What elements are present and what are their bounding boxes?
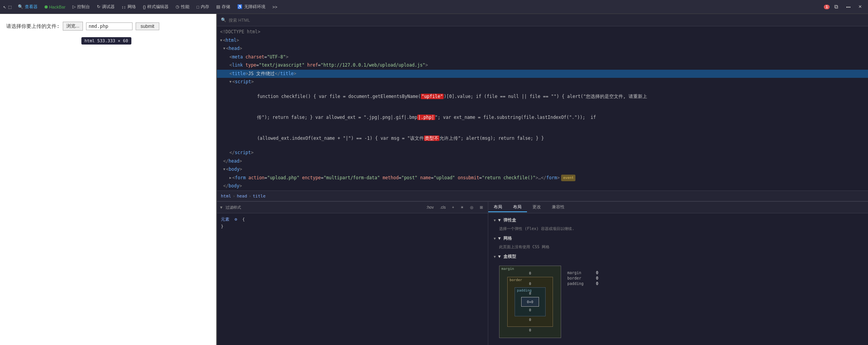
border-label: border — [510, 278, 522, 282]
body-collapse-arrow[interactable]: ▼ — [223, 166, 225, 172]
border-top-val: 0 — [515, 282, 546, 286]
html-tree: <!DOCTYPE html> ▼ <html> ▼ <head> <meta … — [217, 26, 868, 191]
box-title: ▼ 盒模型 — [498, 254, 516, 259]
accessibility-tab-btn[interactable]: ♿ 无障碍环境 — [234, 3, 269, 11]
light-mode-btn[interactable]: ☀ — [458, 204, 466, 210]
body-open-line[interactable]: ▼ <body> — [217, 165, 868, 174]
top-toolbar: ↖ ⬚ 🔍 查看器 HackBar ▷ 控制台 ↻ 调试器 ↕↕ 网络 {} 样… — [0, 0, 868, 14]
console-tab-btn[interactable]: ▷ 控制台 — [69, 3, 93, 11]
styles-content: 元素 ⚙ { } — [217, 213, 488, 345]
padding-num-val: 0 — [596, 281, 598, 286]
memory-icon: □ — [196, 5, 199, 9]
layout-content: ▼ ▼ 弹性盒 选择一个弹性 (Flex) 容器或项目以继续. ▼ ▼ 网格 此… — [488, 213, 868, 345]
form-line[interactable]: ▶ <form action="upload.php" enctype="mul… — [217, 174, 868, 182]
border-bottom-val: 0 — [515, 318, 546, 322]
html-search-input[interactable] — [229, 18, 864, 22]
grid-section-header[interactable]: ▼ ▼ 网格 — [494, 235, 863, 241]
breadcrumb-bar: html › head › title — [217, 191, 868, 201]
margin-num-label: margin — [567, 271, 581, 275]
memory-tab-btn[interactable]: □ 内存 — [193, 3, 212, 11]
head-open-line[interactable]: ▼ <head> — [217, 45, 868, 53]
box-model-area: margin 0 border 0 — [494, 263, 863, 341]
add-rule-btn[interactable]: + — [450, 204, 456, 210]
breadcrumb-head[interactable]: head — [237, 194, 247, 199]
storage-tab-btn[interactable]: ▤ 存储 — [213, 3, 233, 11]
padding-num-label: padding — [567, 281, 584, 286]
more-tools-btn[interactable]: >> — [269, 3, 281, 10]
flex-desc: 选择一个弹性 (Flex) 容器或项目以继续. — [499, 226, 863, 232]
devtools-panel: 🔍 <!DOCTYPE html> ▼ <html> ▼ <head> <met… — [217, 14, 868, 345]
tab-changes[interactable]: 更改 — [527, 203, 546, 212]
cls-button[interactable]: .cls — [438, 204, 448, 210]
debugger-tab-btn[interactable]: ↻ 调试器 — [94, 3, 118, 11]
flex-arrow: ▼ — [494, 218, 496, 222]
html-collapse-arrow[interactable]: ▼ — [220, 38, 222, 43]
script-open-line[interactable]: ▼ <script> — [217, 78, 868, 86]
doctype-line[interactable]: <!DOCTYPE html> — [217, 28, 868, 36]
more-options-btn[interactable]: ••• — [843, 3, 854, 10]
accessibility-icon: ♿ — [237, 4, 243, 9]
script-collapse-arrow[interactable]: ▼ — [229, 79, 231, 85]
head-collapse-arrow[interactable]: ▼ — [223, 46, 225, 51]
close-brace-rule: } — [221, 224, 484, 229]
link-line[interactable]: <link type="text/javascript" href="http:… — [217, 61, 868, 70]
breadcrumb-html[interactable]: html — [221, 194, 231, 199]
script-content-3: (allowed_ext.indexOf(ext_name + "|") == … — [217, 128, 868, 149]
html-open-line[interactable]: ▼ <html> — [217, 36, 868, 45]
toolbar-right: 1 ⧉ ••• ✕ — [824, 2, 865, 11]
box-select-icon[interactable]: ⬚ — [9, 4, 12, 10]
form-collapse-arrow[interactable]: ▶ — [229, 175, 231, 181]
border-num-row: border 0 — [567, 276, 598, 280]
meta-line[interactable]: <meta charset="UTF-8"> — [217, 53, 868, 62]
layout-grid-btn[interactable]: ⊞ — [478, 204, 485, 210]
storage-icon: ▤ — [216, 4, 220, 9]
resize-devtools-btn[interactable]: ⧉ — [831, 2, 841, 11]
filter-icon: ▼ — [220, 205, 222, 209]
style-editor-tab-btn[interactable]: {} 样式编辑器 — [140, 3, 172, 11]
performance-tab-btn[interactable]: ◷ 性能 — [172, 3, 193, 11]
styles-tools: :hov .cls + ☀ ◎ ⊞ — [424, 204, 485, 210]
hov-button[interactable]: :hov — [424, 204, 436, 210]
margin-num-row: margin 0 — [567, 271, 598, 275]
submit-button[interactable]: submit — [136, 22, 159, 30]
padding-bottom-val: 0 — [521, 308, 539, 312]
padding-label: padding — [517, 288, 532, 292]
tab-layout[interactable]: 布局 — [488, 203, 508, 212]
hackbar-dot — [45, 5, 48, 9]
event-badge[interactable]: event — [561, 175, 575, 181]
content-dimensions: 0×0 — [527, 300, 533, 304]
script-content: function checkfile() { var file = docume… — [217, 86, 868, 107]
close-devtools-btn[interactable]: ✕ — [855, 3, 865, 10]
breadcrumb-sep-2: › — [249, 194, 251, 199]
border-num-label: border — [567, 276, 581, 280]
grid-title: ▼ 网格 — [498, 235, 512, 241]
network-icon: ↕↕ — [122, 5, 126, 9]
margin-box: margin 0 border 0 — [499, 266, 561, 338]
tab-compat[interactable]: 兼容性 — [546, 203, 570, 212]
margin-bottom-val: 0 — [507, 328, 553, 332]
content-box: 0×0 — [521, 297, 539, 307]
layout-tabs: 布局 布局 更改 兼容性 — [488, 202, 868, 213]
body-close-line[interactable]: </body> — [217, 182, 868, 191]
color-scheme-btn[interactable]: ◎ — [468, 204, 475, 210]
box-model-section-header[interactable]: ▼ ▼ 盒模型 — [494, 254, 863, 259]
padding-box: padding 0 0×0 — [515, 287, 546, 316]
filter-label: 过滤样式 — [226, 205, 241, 210]
browse-button[interactable]: 浏览... — [63, 22, 83, 31]
breadcrumb-title[interactable]: title — [253, 194, 265, 199]
grid-desc: 此页面上没有使用 CSS 网格 — [499, 244, 863, 250]
hackbar-tab-btn[interactable]: HackBar — [41, 3, 69, 10]
title-line[interactable]: <title>JS 文件绕过</title> — [217, 70, 868, 78]
upload-form-area: 请选择你要上传的文件: 浏览... nmd.php submit — [0, 14, 216, 38]
gear-icon: ⚙ — [234, 217, 237, 222]
inspector-tab-btn[interactable]: 🔍 查看器 — [15, 3, 41, 11]
box-model-visual: margin 0 border 0 — [499, 266, 561, 338]
head-close-line[interactable]: </head> — [217, 157, 868, 166]
tab-computed[interactable]: 布局 — [508, 203, 527, 212]
flex-section-header[interactable]: ▼ ▼ 弹性盒 — [494, 217, 863, 223]
network-tab-btn[interactable]: ↕↕ 网络 — [119, 3, 139, 11]
script-close-line[interactable]: </script> — [217, 149, 868, 157]
layout-panel: 布局 布局 更改 兼容性 ▼ ▼ 弹性盒 选择一个弹性 (Flex) 容器或项目… — [488, 202, 868, 345]
cursor-icon[interactable]: ↖ — [3, 4, 6, 10]
inspector-icon: 🔍 — [18, 4, 23, 9]
